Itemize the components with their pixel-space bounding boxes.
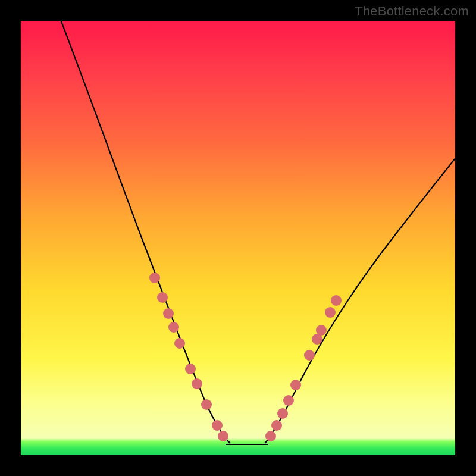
- dot-left: [218, 431, 228, 441]
- plot-area: [21, 21, 455, 455]
- dot-right: [271, 420, 282, 431]
- dot-left: [174, 338, 185, 349]
- dot-right: [331, 295, 342, 306]
- dot-left: [185, 364, 196, 374]
- dot-right: [265, 431, 276, 441]
- dot-left: [157, 292, 168, 303]
- dot-left: [163, 308, 174, 319]
- dot-right: [304, 350, 315, 361]
- dot-left: [149, 273, 160, 283]
- dot-right: [290, 380, 301, 390]
- dot-right: [283, 395, 294, 406]
- dot-right: [277, 408, 288, 419]
- dot-left: [168, 322, 179, 333]
- dot-right: [325, 307, 336, 318]
- dot-right: [316, 325, 327, 336]
- dot-left: [192, 378, 202, 389]
- chart-frame: TheBottleneck.com: [0, 0, 476, 476]
- bottleneck-curve: [21, 21, 455, 455]
- curve-left-branch: [57, 21, 230, 443]
- watermark-text: TheBottleneck.com: [355, 4, 469, 19]
- dot-left: [201, 399, 212, 410]
- dot-left: [212, 420, 223, 431]
